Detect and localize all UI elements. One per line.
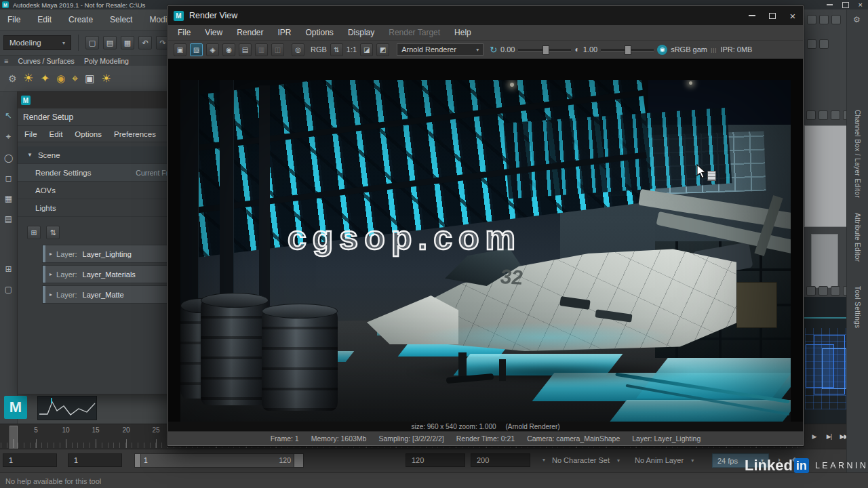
redo-render-icon[interactable]: ▣ (174, 43, 186, 56)
rv-menu-file[interactable]: File (176, 28, 192, 37)
render-view-titlebar[interactable]: M Render View × (168, 6, 803, 25)
layer-row-materials[interactable]: ▸ Layer: Layer_Materials (42, 265, 168, 283)
minimize-icon[interactable] (742, 6, 762, 25)
panel-icon[interactable] (818, 110, 828, 120)
menu-select[interactable]: Select (108, 15, 134, 24)
shelf-tab-curves-surfaces[interactable]: Curves / Surfaces (18, 57, 74, 65)
ipr-render-icon[interactable]: ◉ (222, 43, 235, 56)
renderer-selector[interactable]: Arnold Renderer ▾ (397, 43, 484, 56)
render-view-canvas[interactable]: ✦ 32 (168, 59, 803, 422)
scene-tree-item[interactable]: ▼ Scene (18, 146, 172, 164)
toggle-alpha-icon[interactable]: ⇅ (330, 43, 343, 56)
keep-image-icon[interactable]: ◎ (292, 43, 304, 56)
gear-icon[interactable]: ⚙ (853, 15, 861, 24)
range-slider-left-handle[interactable] (135, 454, 141, 467)
new-scene-icon[interactable]: ▢ (85, 36, 99, 49)
anim-layer-selector[interactable]: No Anim Layer ▾ (635, 453, 694, 467)
contrast-icon[interactable]: ◐ (574, 45, 579, 54)
colorspace-label[interactable]: sRGB gamm (671, 45, 707, 54)
menu-edit[interactable]: Edit (36, 15, 53, 24)
panel-icon[interactable] (831, 286, 840, 296)
scale-tool-icon[interactable]: ▤ (5, 214, 12, 224)
maximize-icon[interactable] (842, 2, 849, 8)
rv-menu-options[interactable]: Options (304, 28, 335, 37)
rv-menu-help[interactable]: Help (453, 28, 473, 37)
directional-light-icon[interactable]: ⌖ (72, 73, 78, 85)
panel-icon[interactable] (819, 39, 829, 49)
select-tool-icon[interactable]: ↖ (5, 110, 12, 121)
close-icon[interactable]: × (783, 6, 803, 25)
gear-icon[interactable]: ⚙ (8, 73, 17, 84)
snapshot-icon[interactable]: ◈ (206, 43, 219, 56)
playback-options-icon[interactable]: ▾ (542, 457, 545, 463)
shelf-tab-poly-modeling[interactable]: Poly Modeling (84, 57, 129, 65)
panel-icon[interactable] (831, 15, 841, 24)
rotate-tool-icon[interactable]: ▦ (5, 194, 12, 203)
playback-start-field[interactable]: 1 (68, 453, 122, 467)
range-slider[interactable]: 1 120 (134, 453, 304, 468)
ambient-light-icon[interactable]: ☀ (102, 72, 111, 85)
open-scene-icon[interactable]: ▤ (103, 36, 117, 49)
save-scene-icon[interactable]: ▦ (121, 36, 134, 49)
sky-light-icon[interactable]: ▣ (85, 73, 94, 85)
rv-menu-display[interactable]: Display (347, 28, 376, 37)
layer-row-matte[interactable]: ▸ Layer: Layer_Matte (42, 285, 168, 304)
rs-menu-edit[interactable]: Edit (48, 130, 64, 138)
layout-single-pane-icon[interactable]: ⊞ (5, 264, 12, 274)
menu-set-selector[interactable]: Modeling ▾ (3, 35, 71, 50)
minimize-icon[interactable] (827, 4, 833, 5)
animation-end-field[interactable]: 200 (471, 453, 530, 467)
mask-icon[interactable]: ◩ (376, 43, 389, 56)
rs-menu-file[interactable]: File (23, 130, 39, 138)
zoom-one-to-one-button[interactable]: 1:1 (347, 45, 357, 54)
sidebar-tab-channel-box[interactable]: Channel Box / Layer Editor (854, 110, 861, 198)
sidebar-tab-attribute-editor[interactable]: Attribute Editor (854, 213, 861, 262)
panel-icon[interactable] (807, 39, 816, 49)
step-forward-icon[interactable]: ▶| (823, 430, 835, 443)
character-set-selector[interactable]: No Character Set ▾ (552, 453, 620, 467)
chevron-right-icon[interactable]: ▸ (50, 291, 52, 298)
panel-icon[interactable] (818, 286, 828, 296)
layer-row-lighting[interactable]: ▸ Layer: Layer_Lighting (42, 245, 168, 263)
panel-icon[interactable] (831, 110, 840, 120)
range-slider-right-handle[interactable] (294, 454, 303, 467)
panel-icon[interactable] (819, 15, 829, 24)
chevron-right-icon[interactable]: ▸ (50, 251, 52, 257)
lasso-tool-icon[interactable]: ⌖ (6, 131, 11, 142)
rs-menu-options[interactable]: Options (73, 130, 103, 138)
undo-icon[interactable]: ↶ (138, 36, 152, 49)
layout-four-pane-icon[interactable]: ▢ (5, 285, 12, 294)
playback-end-field[interactable]: 120 (406, 453, 465, 467)
move-tool-icon[interactable]: ◻ (5, 174, 12, 183)
gamma-slider[interactable] (601, 45, 654, 54)
menu-create[interactable]: Create (67, 15, 94, 24)
play-forward-icon[interactable]: ▶ (808, 430, 821, 443)
render-settings-item[interactable]: Render Settings Current Fra (18, 164, 172, 182)
animation-start-field[interactable]: 1 (3, 453, 57, 467)
point-light-icon[interactable]: ✦ (41, 72, 50, 85)
display-channel-label[interactable]: RGB (311, 45, 327, 54)
aovs-item[interactable]: AOVs (18, 182, 172, 199)
lights-item[interactable]: Lights (18, 199, 172, 217)
close-icon[interactable]: × (859, 1, 863, 9)
area-light-icon[interactable]: ◉ (56, 73, 65, 85)
shelf-menu-icon[interactable]: ≡ (4, 57, 8, 65)
render-setup-titlebar[interactable]: M (18, 92, 172, 108)
exposure-slider[interactable] (518, 45, 571, 54)
chevron-down-icon[interactable]: ▼ (27, 152, 33, 158)
import-export-icon[interactable]: ⇅ (46, 226, 60, 239)
color-management-icon[interactable]: ◉ (657, 45, 667, 55)
refresh-icon[interactable]: ↻ (490, 45, 497, 55)
menu-file[interactable]: File (6, 15, 22, 24)
rv-menu-view[interactable]: View (203, 28, 224, 37)
create-layer-icon[interactable]: ⊞ (27, 226, 41, 239)
rv-menu-ipr[interactable]: IPR (277, 28, 293, 37)
clapboard-icon[interactable]: ◪ (360, 43, 373, 56)
rs-menu-preferences[interactable]: Preferences (113, 130, 157, 138)
render-region-icon[interactable]: ▨ (190, 43, 203, 56)
panel-icon[interactable] (806, 110, 816, 120)
panel-icon[interactable] (806, 286, 816, 296)
maximize-icon[interactable] (762, 6, 783, 25)
refresh-ipr-icon[interactable]: ▤ (239, 43, 252, 56)
rv-menu-render[interactable]: Render (235, 28, 264, 37)
